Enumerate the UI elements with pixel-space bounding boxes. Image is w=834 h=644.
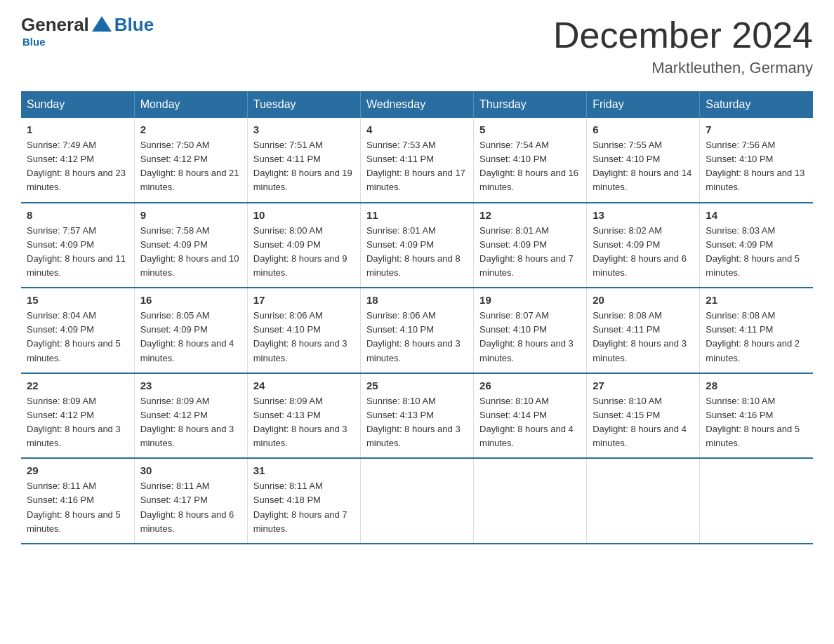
day-number: 1 [27, 123, 128, 135]
table-row: 20 Sunrise: 8:08 AMSunset: 4:11 PMDaylig… [587, 288, 700, 373]
day-info: Sunrise: 7:57 AMSunset: 4:09 PMDaylight:… [27, 224, 128, 281]
calendar-header-row: Sunday Monday Tuesday Wednesday Thursday… [21, 91, 813, 118]
header-saturday: Saturday [700, 91, 813, 118]
table-row: 4 Sunrise: 7:53 AMSunset: 4:11 PMDayligh… [360, 118, 473, 203]
table-row: 31 Sunrise: 8:11 AMSunset: 4:18 PMDaylig… [247, 458, 360, 544]
header-thursday: Thursday [474, 91, 587, 118]
day-info: Sunrise: 8:01 AMSunset: 4:09 PMDaylight:… [366, 224, 468, 281]
day-info: Sunrise: 7:58 AMSunset: 4:09 PMDaylight:… [140, 224, 241, 281]
header-monday: Monday [134, 91, 247, 118]
day-info: Sunrise: 7:53 AMSunset: 4:11 PMDaylight:… [366, 138, 468, 195]
calendar-week-row: 22 Sunrise: 8:09 AMSunset: 4:12 PMDaylig… [21, 373, 813, 459]
day-number: 29 [27, 464, 128, 476]
table-row: 25 Sunrise: 8:10 AMSunset: 4:13 PMDaylig… [360, 373, 473, 459]
day-info: Sunrise: 8:08 AMSunset: 4:11 PMDaylight:… [706, 309, 807, 365]
calendar-table: Sunday Monday Tuesday Wednesday Thursday… [21, 91, 813, 544]
day-number: 20 [593, 294, 694, 306]
table-row: 8 Sunrise: 7:57 AMSunset: 4:09 PMDayligh… [21, 203, 134, 288]
day-info: Sunrise: 8:03 AMSunset: 4:09 PMDaylight:… [706, 224, 807, 281]
day-number: 26 [479, 380, 581, 391]
table-row: 26 Sunrise: 8:10 AMSunset: 4:14 PMDaylig… [474, 373, 587, 459]
day-number: 25 [366, 380, 468, 391]
day-info: Sunrise: 8:09 AMSunset: 4:12 PMDaylight:… [140, 394, 241, 451]
day-info: Sunrise: 8:07 AMSunset: 4:10 PMDaylight:… [479, 309, 581, 365]
table-row: 18 Sunrise: 8:06 AMSunset: 4:10 PMDaylig… [360, 288, 473, 373]
table-row: 15 Sunrise: 8:04 AMSunset: 4:09 PMDaylig… [21, 288, 134, 373]
day-number: 5 [479, 123, 581, 135]
day-info: Sunrise: 8:11 AMSunset: 4:16 PMDaylight:… [27, 479, 128, 536]
day-number: 23 [140, 380, 241, 391]
day-number: 11 [366, 209, 468, 221]
day-info: Sunrise: 8:00 AMSunset: 4:09 PMDaylight:… [253, 224, 355, 281]
table-row: 3 Sunrise: 7:51 AMSunset: 4:11 PMDayligh… [247, 118, 360, 203]
day-info: Sunrise: 8:11 AMSunset: 4:17 PMDaylight:… [140, 479, 241, 536]
day-info: Sunrise: 7:56 AMSunset: 4:10 PMDaylight:… [706, 138, 807, 195]
day-info: Sunrise: 8:10 AMSunset: 4:13 PMDaylight:… [366, 394, 468, 451]
calendar-week-row: 15 Sunrise: 8:04 AMSunset: 4:09 PMDaylig… [21, 288, 813, 373]
logo: General Blue Blue [21, 14, 154, 48]
table-row: 12 Sunrise: 8:01 AMSunset: 4:09 PMDaylig… [474, 203, 587, 288]
day-number: 27 [593, 380, 694, 391]
table-row: 14 Sunrise: 8:03 AMSunset: 4:09 PMDaylig… [700, 203, 813, 288]
day-info: Sunrise: 8:06 AMSunset: 4:10 PMDaylight:… [253, 309, 355, 365]
day-info: Sunrise: 8:11 AMSunset: 4:18 PMDaylight:… [253, 479, 355, 536]
header-tuesday: Tuesday [247, 91, 360, 118]
day-number: 12 [479, 209, 581, 221]
day-number: 13 [593, 209, 694, 221]
table-row: 28 Sunrise: 8:10 AMSunset: 4:16 PMDaylig… [700, 373, 813, 459]
table-row: 17 Sunrise: 8:06 AMSunset: 4:10 PMDaylig… [247, 288, 360, 373]
day-info: Sunrise: 8:05 AMSunset: 4:09 PMDaylight:… [140, 309, 241, 365]
table-row: 27 Sunrise: 8:10 AMSunset: 4:15 PMDaylig… [587, 373, 700, 459]
table-row: 1 Sunrise: 7:49 AMSunset: 4:12 PMDayligh… [21, 118, 134, 203]
table-row: 7 Sunrise: 7:56 AMSunset: 4:10 PMDayligh… [700, 118, 813, 203]
table-row: 19 Sunrise: 8:07 AMSunset: 4:10 PMDaylig… [474, 288, 587, 373]
day-number: 3 [253, 123, 355, 135]
table-row: 6 Sunrise: 7:55 AMSunset: 4:10 PMDayligh… [587, 118, 700, 203]
day-info: Sunrise: 7:55 AMSunset: 4:10 PMDaylight:… [593, 138, 694, 195]
table-row: 24 Sunrise: 8:09 AMSunset: 4:13 PMDaylig… [247, 373, 360, 459]
day-info: Sunrise: 8:10 AMSunset: 4:14 PMDaylight:… [479, 394, 581, 451]
location-title: Marktleuthen, Germany [553, 59, 813, 77]
table-row: 29 Sunrise: 8:11 AMSunset: 4:16 PMDaylig… [21, 458, 134, 544]
calendar-week-row: 1 Sunrise: 7:49 AMSunset: 4:12 PMDayligh… [21, 118, 813, 203]
title-block: December 2024 Marktleuthen, Germany [553, 14, 813, 77]
table-row: 10 Sunrise: 8:00 AMSunset: 4:09 PMDaylig… [247, 203, 360, 288]
logo-general-text: General [21, 14, 89, 36]
day-number: 21 [706, 294, 807, 306]
day-number: 14 [706, 209, 807, 221]
table-row: 30 Sunrise: 8:11 AMSunset: 4:17 PMDaylig… [134, 458, 247, 544]
day-info: Sunrise: 8:06 AMSunset: 4:10 PMDaylight:… [366, 309, 468, 365]
day-info: Sunrise: 8:09 AMSunset: 4:13 PMDaylight:… [253, 394, 355, 451]
day-info: Sunrise: 7:51 AMSunset: 4:11 PMDaylight:… [253, 138, 355, 195]
day-number: 15 [27, 294, 128, 306]
month-title: December 2024 [553, 14, 813, 56]
table-row: 13 Sunrise: 8:02 AMSunset: 4:09 PMDaylig… [587, 203, 700, 288]
table-row: 2 Sunrise: 7:50 AMSunset: 4:12 PMDayligh… [134, 118, 247, 203]
day-number: 24 [253, 380, 355, 391]
header-friday: Friday [587, 91, 700, 118]
table-row: 22 Sunrise: 8:09 AMSunset: 4:12 PMDaylig… [21, 373, 134, 459]
day-number: 30 [140, 464, 241, 476]
calendar-week-row: 8 Sunrise: 7:57 AMSunset: 4:09 PMDayligh… [21, 203, 813, 288]
header-wednesday: Wednesday [360, 91, 473, 118]
day-number: 10 [253, 209, 355, 221]
calendar-week-row: 29 Sunrise: 8:11 AMSunset: 4:16 PMDaylig… [21, 458, 813, 544]
header-sunday: Sunday [21, 91, 134, 118]
day-number: 31 [253, 464, 355, 476]
day-info: Sunrise: 8:09 AMSunset: 4:12 PMDaylight:… [27, 394, 128, 451]
table-row [474, 458, 587, 544]
logo-blue-text: Blue [114, 14, 154, 36]
logo-tagline: Blue [22, 36, 46, 48]
day-number: 7 [706, 123, 807, 135]
day-info: Sunrise: 8:10 AMSunset: 4:16 PMDaylight:… [706, 394, 807, 451]
page-header: General Blue Blue December 2024 Marktleu… [21, 14, 813, 77]
day-info: Sunrise: 8:01 AMSunset: 4:09 PMDaylight:… [479, 224, 581, 281]
table-row: 23 Sunrise: 8:09 AMSunset: 4:12 PMDaylig… [134, 373, 247, 459]
day-number: 19 [479, 294, 581, 306]
day-info: Sunrise: 7:49 AMSunset: 4:12 PMDaylight:… [27, 138, 128, 195]
day-number: 28 [706, 380, 807, 391]
day-number: 17 [253, 294, 355, 306]
day-number: 22 [27, 380, 128, 391]
table-row: 21 Sunrise: 8:08 AMSunset: 4:11 PMDaylig… [700, 288, 813, 373]
table-row: 11 Sunrise: 8:01 AMSunset: 4:09 PMDaylig… [360, 203, 473, 288]
